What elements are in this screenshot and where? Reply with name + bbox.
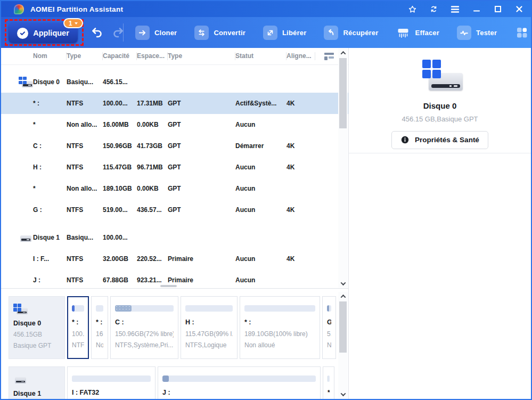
diskmap-scrollbar[interactable] xyxy=(338,292,348,398)
partition-block[interactable]: * : 16.0... Non... xyxy=(91,296,108,359)
column-header-aligne[interactable]: Aligne... xyxy=(287,52,315,60)
usage-bar xyxy=(72,305,84,312)
usage-bar xyxy=(115,305,174,312)
info-icon xyxy=(400,135,410,144)
table-row-disk0[interactable]: Disque 0 Basiqu... 456.15... xyxy=(1,71,348,93)
column-header-espace[interactable]: Espace... xyxy=(137,52,168,60)
table-row-partition[interactable]: * : NTFS 100.00... 17.31MB GPT Actif&Sys… xyxy=(1,93,348,114)
disk-icon xyxy=(13,374,28,385)
erase-shredder-icon xyxy=(396,26,411,40)
horizontal-scrollbar-thumb[interactable] xyxy=(160,285,177,287)
column-header-type-part[interactable]: Type xyxy=(168,52,235,60)
disk-icon xyxy=(19,77,33,88)
apply-button-label: Appliquer xyxy=(33,29,69,37)
table-row-partition[interactable]: G : NTFS 519.00... 436.57... GPT Aucun 4… xyxy=(1,199,348,221)
window-title: AOMEI Partition Assistant xyxy=(30,5,123,13)
scroll-down-icon[interactable] xyxy=(338,279,348,288)
pending-operations-count: 1 xyxy=(69,20,72,27)
favorite-star-icon[interactable] xyxy=(408,5,417,14)
table-row-partition[interactable]: * Non allo... 16.00MB 0.00KB GPT Aucun xyxy=(1,114,348,135)
close-button[interactable] xyxy=(514,5,523,14)
toolbar-separator xyxy=(123,23,124,42)
detail-disk-name: Disque 0 xyxy=(349,101,531,110)
table-row-partition[interactable]: * Non allo... 189.10GB 0.00KB GPT Aucun xyxy=(1,178,348,199)
partition-block[interactable]: I : FAT32 xyxy=(67,366,155,399)
toolbar-button-outils[interactable]: Outils xyxy=(514,26,532,40)
disk-icon xyxy=(13,304,28,315)
disk0-large-icon xyxy=(417,60,463,93)
disk1-info-block[interactable]: Disque 1 xyxy=(9,366,65,399)
recover-arrow-icon xyxy=(324,26,338,40)
partition-block[interactable]: C : 150.96GB(72% libre) NTFS,Système,Pri… xyxy=(110,296,178,359)
column-header-statut[interactable]: Statut xyxy=(235,52,287,60)
minimize-button[interactable] xyxy=(472,5,481,14)
clone-arrow-icon xyxy=(135,26,150,40)
disk0-info-block[interactable]: Disque 0 456.15GB Basique GPT xyxy=(9,296,65,359)
table-header: Nom Type Capacité Espace... Type Statut … xyxy=(1,48,348,65)
check-icon xyxy=(17,28,28,39)
table-row-partition[interactable]: H : NTFS 115.47GB 96.71MB GPT Aucun 4K xyxy=(1,157,348,178)
table-body: Disque 0 Basiqu... 456.15... * : NTFS 10… xyxy=(1,65,348,289)
column-header-nom[interactable]: Nom xyxy=(33,52,67,60)
partition-block[interactable]: * : 100.... NTF... xyxy=(67,296,89,359)
toolbar-button-cloner[interactable]: Cloner xyxy=(135,26,177,40)
undo-button[interactable] xyxy=(91,26,103,39)
partition-block[interactable]: * : 189.10GB(100% libre) Non alloué xyxy=(240,296,320,359)
disk1-strip: Disque 1 I : FAT32 J : *... xyxy=(9,366,337,399)
usage-bar xyxy=(185,305,233,312)
detail-panel: Disque 0 456.15 GB,Basique GPT Propriété… xyxy=(348,48,531,399)
scrollbar-thumb[interactable] xyxy=(339,58,347,128)
table-scrollbar[interactable] xyxy=(338,48,348,288)
refresh-sync-icon[interactable] xyxy=(429,5,438,14)
pending-operations-badge[interactable]: 1 xyxy=(63,18,83,28)
properties-health-button[interactable]: Propriétés & Santé xyxy=(391,131,488,149)
panel-divider xyxy=(349,153,531,153)
table-row-disk1[interactable]: Disque 1 Basiqu... 100.00... xyxy=(1,227,348,248)
titlebar: AOMEI Partition Assistant xyxy=(1,1,531,17)
column-header-type-fs[interactable]: Type xyxy=(67,52,103,60)
scroll-up-icon[interactable] xyxy=(338,292,348,300)
partition-block[interactable]: *... xyxy=(323,366,334,399)
free-space-diagonal-arrow-icon xyxy=(263,26,277,40)
maximize-button[interactable] xyxy=(493,5,502,14)
table-row-partition[interactable]: C : NTFS 150.96GB 41.73GB GPT Démarrer 4… xyxy=(1,135,348,157)
partition-block[interactable]: H : 115.47GB(99% l... NTFS,Logique xyxy=(181,296,238,359)
scroll-down-icon[interactable] xyxy=(338,390,348,398)
usage-bar xyxy=(328,375,330,382)
disk-map: Disque 0 456.15GB Basique GPT * : 100...… xyxy=(1,289,348,399)
disk0-strip: Disque 0 456.15GB Basique GPT * : 100...… xyxy=(9,296,338,359)
scroll-up-icon[interactable] xyxy=(338,48,348,57)
chevron-down-icon xyxy=(75,22,78,25)
detail-disk-info: 456.15 GB,Basique GPT xyxy=(349,115,531,123)
toolbar-button-effacer[interactable]: Effacer xyxy=(396,26,439,40)
column-header-capacite[interactable]: Capacité xyxy=(103,52,137,60)
usage-bar xyxy=(327,305,331,312)
usage-bar xyxy=(72,375,151,382)
partition-table: Nom Type Capacité Espace... Type Statut … xyxy=(1,48,348,289)
disk-icon xyxy=(19,232,33,243)
convert-arrows-icon xyxy=(194,26,209,40)
left-pane: Nom Type Capacité Espace... Type Statut … xyxy=(1,48,348,399)
usage-bar xyxy=(96,305,103,312)
tools-grid-icon xyxy=(514,26,529,40)
toolbar-button-tester[interactable]: Tester xyxy=(457,26,497,40)
menu-hamburger-icon[interactable] xyxy=(451,5,460,14)
partition-block[interactable]: G.. 5.. N.. xyxy=(322,296,336,359)
usage-bar xyxy=(244,305,315,312)
app-window: AOMEI Partition Assistant xyxy=(0,0,532,400)
app-logo-icon xyxy=(14,4,24,14)
toolbar-button-liberer[interactable]: Libérer xyxy=(263,26,306,40)
partition-block[interactable]: J : xyxy=(158,366,321,399)
details-view-icon[interactable] xyxy=(324,52,334,61)
toolbar-button-convertir[interactable]: Convertir xyxy=(194,26,245,40)
toolbar: Appliquer 1 Cloner xyxy=(1,17,531,48)
table-row-partition[interactable]: I : F... NTFS 32.00GB 220.52... Primaire… xyxy=(1,248,348,270)
test-pulse-icon xyxy=(457,26,471,40)
toolbar-button-recuperer[interactable]: Récupérer xyxy=(324,26,378,40)
usage-bar xyxy=(162,375,316,382)
scrollbar-thumb[interactable] xyxy=(339,301,347,353)
